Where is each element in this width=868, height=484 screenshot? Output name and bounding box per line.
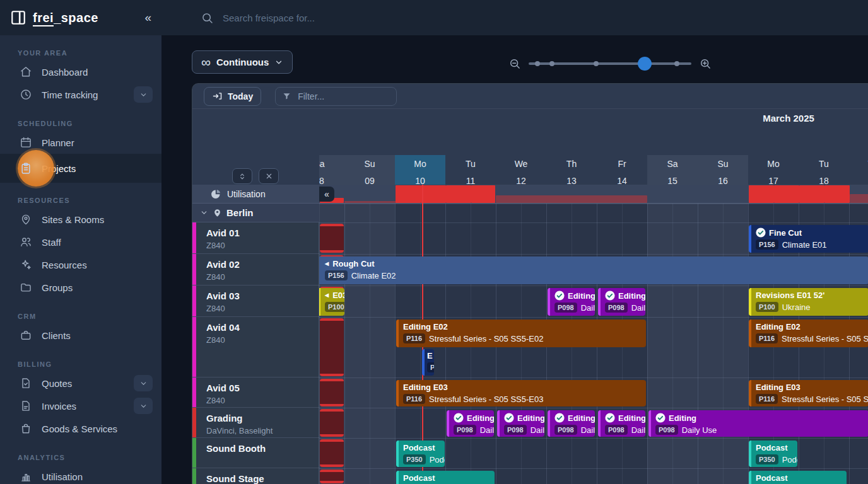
nav-section-label: SCHEDULING <box>0 106 161 131</box>
booking-subtitle: Stressful Series - S05 SS5-E02 <box>782 334 868 343</box>
resource-row-sound-stage[interactable]: Sound Stage <box>192 468 319 484</box>
sidebar-item-groups[interactable]: Groups <box>0 276 161 299</box>
chevron-down-icon[interactable] <box>134 86 153 103</box>
booking-title-row: E <box>427 351 433 360</box>
zoom-slider-thumb[interactable] <box>638 57 652 71</box>
view-mode-dropdown[interactable]: ∞ Continuous <box>192 50 293 74</box>
booking-bar[interactable]: ◀E03 +P100 <box>319 288 344 316</box>
booking-bar[interactable]: EditingP098Daily Use <box>598 288 645 316</box>
booking-bar[interactable]: EditingP098Daily Use <box>497 410 544 437</box>
booking-bar[interactable]: EditingP098Daily Use <box>648 410 868 437</box>
zoom-slider[interactable] <box>529 55 691 72</box>
booking-title: Podcast <box>756 473 788 483</box>
chevron-down-icon[interactable] <box>134 398 153 414</box>
zoom-in-icon[interactable] <box>699 57 712 70</box>
booking-bar[interactable]: PodcastP350 <box>749 471 847 484</box>
sidebar-item-label: Quotes <box>42 378 72 389</box>
filter-input[interactable] <box>296 91 385 102</box>
row-unfold-button[interactable] <box>232 168 252 184</box>
booking-bar[interactable]: Editing E03P116Stressful Series - S05 SS… <box>396 380 646 406</box>
resource-name: Avid 04 <box>206 322 240 333</box>
booking-bar[interactable]: Revisions E01 52'P100Ukraine <box>749 288 868 316</box>
sidebar-item-staff[interactable]: Staff <box>0 231 161 253</box>
booking-title: Editing <box>568 413 595 423</box>
chevron-down-icon[interactable] <box>134 375 153 391</box>
blocked-booking[interactable] <box>320 318 344 376</box>
site-group-row[interactable]: Berlin <box>192 204 319 222</box>
today-button[interactable]: Today <box>204 87 261 106</box>
project-code-badge: P098 <box>554 302 577 313</box>
booking-bar[interactable]: PodcastP350Podcast <box>396 441 445 467</box>
zoom-out-icon[interactable] <box>508 57 521 70</box>
booking-bar[interactable]: Editing E03P116Stressful Series - S05 SS… <box>749 380 868 406</box>
booking-bar[interactable]: EditingP098Daily Use <box>548 410 595 437</box>
resource-row-grading[interactable]: GradingDaVinci, Baselight <box>192 408 319 438</box>
sidebar-item-resources[interactable]: Resources <box>0 253 161 276</box>
utilisation-row-header[interactable]: Utilisation <box>192 185 319 204</box>
blocked-booking[interactable] <box>320 379 344 406</box>
booking-detail-row: P116Stressful Series - S05 SS5-E03 <box>756 394 865 404</box>
booking-bar[interactable]: PodcastP350Podcast <box>749 441 797 467</box>
utilisation-segment <box>344 201 398 203</box>
utilisation-segment <box>850 194 868 203</box>
sidebar-item-clients[interactable]: Clients <box>0 324 161 347</box>
resource-name: Avid 01 <box>206 228 240 238</box>
pin-icon <box>19 212 33 226</box>
resource-row-avid-04[interactable]: Avid 04Z840 <box>192 317 319 377</box>
booking-bar[interactable]: ◀Rough CutP156Climate E02 <box>319 256 868 284</box>
resource-row-avid-01[interactable]: Avid 01Z840 <box>192 222 319 254</box>
resource-row-avid-05[interactable]: Avid 05Z840 <box>192 377 319 408</box>
blocked-booking[interactable] <box>320 439 344 467</box>
check-circle-icon <box>605 291 615 301</box>
resource-row-avid-02[interactable]: Avid 02Z840 <box>192 254 319 285</box>
filter-funnel-icon <box>282 91 291 101</box>
booking-title: Rough Cut <box>332 259 374 268</box>
blocked-booking[interactable] <box>320 224 344 253</box>
sidebar-item-dashboard[interactable]: Dashboard <box>0 60 161 83</box>
sidebar-nav: YOUR AREADashboardTime trackingSCHEDULIN… <box>0 35 161 484</box>
grid-line <box>672 185 673 484</box>
grid-line <box>344 185 345 484</box>
booking-bar[interactable]: EditingP098Daily Use <box>447 410 494 437</box>
search-input[interactable] <box>221 12 486 24</box>
booking-bar[interactable]: Fine CutP156Climate E01 <box>749 225 868 253</box>
chevron-down-icon[interactable] <box>200 209 208 217</box>
check-circle-icon <box>454 413 464 423</box>
sparkles-icon <box>19 258 33 272</box>
booking-bar[interactable]: PodcastP350 <box>396 471 495 484</box>
nav-section-label: RESOURCES <box>0 183 161 208</box>
check-circle-icon <box>554 291 565 301</box>
sidebar-item-goods-services[interactable]: Goods & Services <box>0 417 161 440</box>
sidebar-item-label: Time tracking <box>42 89 98 100</box>
booking-bar[interactable]: EditingP098Daily Use <box>548 288 595 316</box>
sidebar-item-utilisation[interactable]: Utilisation <box>0 465 161 484</box>
sidebar-item-label: Sites & Rooms <box>42 214 104 225</box>
booking-title: E03 + <box>332 291 344 300</box>
sidebar-collapse-icon[interactable]: « <box>144 11 151 25</box>
sidebar-item-planner[interactable]: Planner <box>0 131 161 154</box>
booking-title: Editing E03 <box>403 383 448 392</box>
booking-bar[interactable]: EditingP098Daily Use <box>598 410 645 437</box>
resource-name: Avid 02 <box>206 259 240 270</box>
booking-bar[interactable]: Editing E02P116Stressful Series - S05 SS… <box>749 320 868 347</box>
booking-detail-row: P156Climate E01 <box>756 239 865 250</box>
booking-detail-row: P098Daily Use <box>655 425 865 435</box>
booking-title: Editing E02 <box>403 322 448 331</box>
sidebar-item-invoices[interactable]: Invoices <box>0 395 161 417</box>
resource-name: Sound Booth <box>206 443 266 454</box>
blocked-booking[interactable] <box>320 470 344 483</box>
booking-bar[interactable]: Editing E02P116Stressful Series - S05 SS… <box>396 320 646 347</box>
collapse-left-panel-button[interactable]: « <box>319 187 334 202</box>
sidebar-item-quotes[interactable]: Quotes <box>0 372 161 395</box>
utilisation-segment <box>749 185 774 203</box>
booking-bar[interactable]: EP <box>422 349 434 376</box>
sidebar-item-sites-rooms[interactable]: Sites & Rooms <box>0 208 161 231</box>
booking-title: Podcast <box>403 473 435 483</box>
sidebar-item-label: Dashboard <box>42 67 88 78</box>
resource-row-sound-booth[interactable]: Sound Booth <box>192 438 319 468</box>
day-name: We <box>849 159 868 169</box>
blocked-booking[interactable] <box>320 409 344 437</box>
resource-row-avid-03[interactable]: Avid 03Z840 <box>192 285 319 317</box>
clear-button[interactable] <box>259 168 279 184</box>
sidebar-item-time-tracking[interactable]: Time tracking <box>0 83 161 106</box>
